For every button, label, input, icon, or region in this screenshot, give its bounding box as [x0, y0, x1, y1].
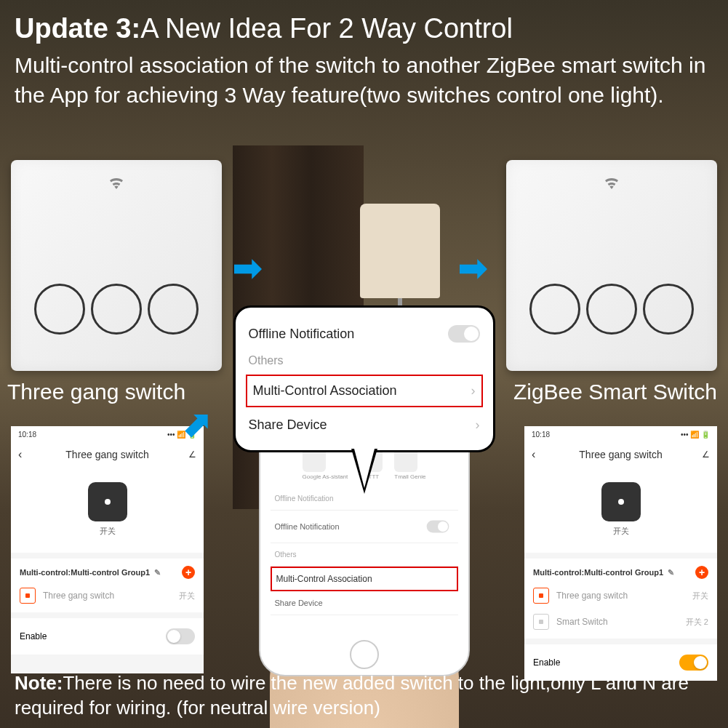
group-title: Multi-control:Multi-control Group1 — [20, 568, 150, 577]
switch-button-1[interactable] — [34, 284, 85, 335]
device-icon — [601, 482, 641, 521]
back-icon[interactable]: ‹ — [18, 448, 22, 461]
device-card[interactable]: 开关 — [524, 466, 717, 553]
arrow-right-icon: ➡ — [233, 247, 262, 288]
wifi-icon — [108, 176, 124, 193]
toggle-on-icon[interactable] — [679, 655, 708, 671]
phone-share-device-row[interactable]: Share Device — [271, 591, 458, 615]
right-switch-label: ZigBee Smart Switch — [513, 380, 717, 404]
callout-others-label: Others — [249, 350, 480, 372]
three-gang-switch-panel — [11, 160, 222, 371]
switch-small-icon — [20, 588, 36, 604]
enable-row[interactable]: Enable — [11, 618, 204, 655]
app-header: ‹ Three gang switch ∠ — [11, 443, 204, 466]
add-button[interactable]: + — [695, 566, 708, 579]
title-prefix: Update 3: — [15, 13, 140, 44]
back-icon[interactable]: ‹ — [532, 448, 535, 461]
app-screenshot-right: 10:18••• 📶 🔋 ‹ Three gang switch ∠ 开关 Mu… — [524, 426, 717, 673]
edit-icon[interactable]: ∠ — [188, 449, 196, 460]
edit-icon[interactable]: ∠ — [702, 449, 710, 460]
note-text: Note:There is no need to wire the new ad… — [15, 671, 713, 721]
pencil-icon[interactable]: ✎ — [154, 568, 161, 577]
left-switch-label: Three gang switch — [7, 380, 185, 404]
phone-section-others: Others — [271, 543, 458, 567]
group-item-1[interactable]: Three gang switch 开关 — [533, 579, 708, 605]
switch-button-3[interactable] — [643, 284, 694, 335]
chevron-right-icon: › — [471, 383, 476, 399]
wifi-icon — [604, 176, 620, 193]
switch-small-icon — [533, 614, 549, 630]
zigbee-switch-panel — [506, 160, 717, 371]
device-label: 开关 — [524, 526, 717, 537]
app-title: Three gang switch — [532, 449, 710, 460]
callout-pointer — [351, 449, 377, 494]
group-item-2[interactable]: Smart Switch 开关 2 — [533, 605, 708, 631]
pencil-icon[interactable]: ✎ — [668, 568, 674, 577]
title-text: A New Idea For 2 Way Control — [140, 13, 513, 44]
switch-button-3[interactable] — [148, 284, 199, 335]
callout-share-row[interactable]: Share Device › — [249, 410, 480, 440]
switch-button-2[interactable] — [91, 284, 142, 335]
callout-multi-control-row[interactable]: Multi-Control Association › — [246, 375, 483, 407]
phone-offline-toggle-row[interactable]: Offline Notification — [271, 511, 458, 543]
arrow-right-icon: ➡ — [458, 247, 487, 288]
phone-multi-control-row[interactable]: Multi-Control Association — [271, 567, 458, 591]
device-icon — [88, 482, 127, 521]
switch-button-2[interactable] — [586, 284, 637, 335]
toggle-off-icon[interactable] — [166, 628, 195, 644]
app-title: Three gang switch — [18, 449, 196, 460]
phone-home-button[interactable] — [350, 640, 379, 669]
multi-control-group-section: Multi-control:Multi-control Group1 ✎ + T… — [524, 559, 717, 639]
device-card[interactable]: 开关 — [11, 466, 204, 553]
multi-control-group-section: Multi-control:Multi-control Group1 ✎ + T… — [11, 559, 204, 612]
switch-button-1[interactable] — [529, 284, 580, 335]
callout-bubble: Offline Notification Others Multi-Contro… — [233, 305, 495, 452]
app-screenshot-left: 10:18••• 📶 🔋 ‹ Three gang switch ∠ 开关 Mu… — [11, 426, 204, 673]
switch-small-icon — [533, 588, 549, 604]
toggle-icon[interactable] — [448, 325, 480, 343]
callout-offline-row[interactable]: Offline Notification — [249, 318, 480, 350]
device-label: 开关 — [11, 526, 204, 537]
chevron-right-icon: › — [476, 417, 480, 433]
app-header: ‹ Three gang switch ∠ — [524, 443, 717, 466]
group-title: Multi-control:Multi-control Group1 — [533, 568, 663, 577]
add-button[interactable]: + — [182, 566, 195, 579]
subtitle-text: Multi-control association of the switch … — [15, 51, 713, 110]
title-block: Update 3:A New Idea For 2 Way Control — [15, 13, 713, 44]
group-item[interactable]: Three gang switch 开关 — [20, 579, 195, 605]
status-bar: 10:18••• 📶 🔋 — [524, 426, 717, 443]
status-bar: 10:18••• 📶 🔋 — [11, 426, 204, 443]
